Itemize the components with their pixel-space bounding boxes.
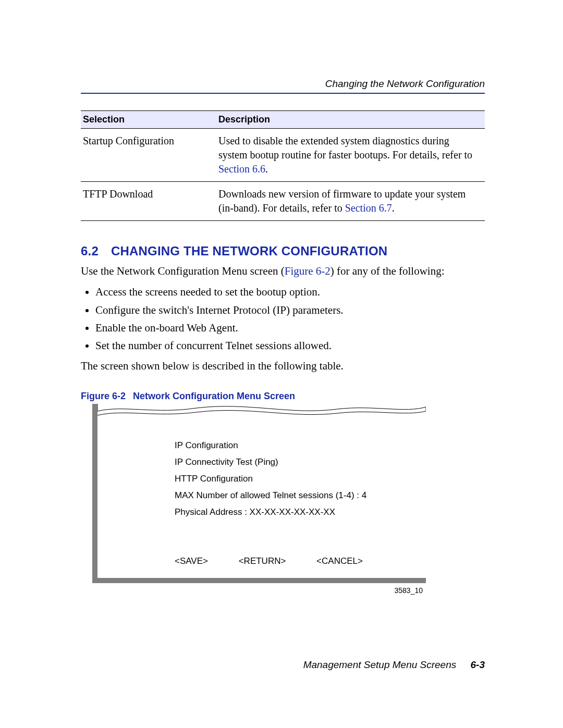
figure-screenshot: IP Configuration IP Connectivity Test (P… bbox=[92, 411, 426, 595]
cell-selection: Startup Configuration bbox=[81, 129, 218, 182]
list-item: Enable the on-board Web Agent. bbox=[95, 320, 485, 335]
figure-link[interactable]: Figure 6-2 bbox=[285, 265, 331, 277]
list-item: Set the number of concurrent Telnet sess… bbox=[95, 338, 485, 353]
cell-description: Used to disable the extended system diag… bbox=[218, 129, 485, 182]
terminal-button-row: <SAVE> <RETURN> <CANCEL> bbox=[175, 556, 410, 566]
menu-item: HTTP Configuration bbox=[175, 474, 410, 484]
header-rule bbox=[81, 93, 485, 94]
cancel-button: <CANCEL> bbox=[316, 556, 363, 566]
section-link[interactable]: Section 6.7 bbox=[345, 202, 392, 214]
document-page: Changing the Network Configuration Selec… bbox=[0, 0, 563, 728]
selection-table: Selection Description Startup Configurat… bbox=[81, 110, 485, 221]
terminal-screen: IP Configuration IP Connectivity Test (P… bbox=[92, 411, 426, 583]
footer-text: Management Setup Menu Screens bbox=[303, 659, 457, 670]
figure-title: Network Configuration Menu Screen bbox=[133, 391, 295, 401]
list-item: Access the screens needed to set the boo… bbox=[95, 285, 485, 299]
figure-caption: Figure 6-2Network Configuration Menu Scr… bbox=[81, 391, 485, 402]
list-item: Configure the switch's Internet Protocol… bbox=[95, 303, 485, 317]
running-header: Changing the Network Configuration bbox=[81, 78, 485, 90]
closing-paragraph: The screen shown below is described in t… bbox=[81, 359, 485, 373]
cell-description: Downloads new version of firmware to upd… bbox=[218, 182, 485, 221]
menu-item: Physical Address : XX-XX-XX-XX-XX-XX bbox=[175, 507, 410, 517]
figure-id: 3583_10 bbox=[92, 586, 423, 595]
menu-item: IP Configuration bbox=[175, 440, 410, 451]
section-link[interactable]: Section 6.6 bbox=[218, 163, 265, 175]
return-button: <RETURN> bbox=[239, 556, 286, 566]
section-heading: 6.2CHANGING THE NETWORK CONFIGURATION bbox=[81, 244, 485, 258]
col-header-selection: Selection bbox=[81, 111, 218, 129]
menu-item: IP Connectivity Test (Ping) bbox=[175, 457, 410, 467]
section-number: 6.2 bbox=[81, 244, 99, 258]
bullet-list: Access the screens needed to set the boo… bbox=[81, 285, 485, 353]
table-row: Startup Configuration Used to disable th… bbox=[81, 129, 485, 182]
intro-paragraph: Use the Network Configuration Menu scree… bbox=[81, 264, 485, 278]
menu-item: MAX Number of allowed Telnet sessions (1… bbox=[175, 490, 410, 501]
table-row: TFTP Download Downloads new version of f… bbox=[81, 182, 485, 221]
section-title: CHANGING THE NETWORK CONFIGURATION bbox=[111, 244, 387, 258]
col-header-description: Description bbox=[218, 111, 485, 129]
save-button: <SAVE> bbox=[175, 556, 208, 566]
page-number: 6-3 bbox=[471, 659, 485, 670]
cell-selection: TFTP Download bbox=[81, 182, 218, 221]
svg-rect-0 bbox=[92, 404, 97, 417]
torn-edge-icon bbox=[92, 404, 426, 417]
figure-label: Figure 6-2 bbox=[81, 391, 126, 401]
page-footer: Management Setup Menu Screens 6-3 bbox=[81, 659, 485, 671]
